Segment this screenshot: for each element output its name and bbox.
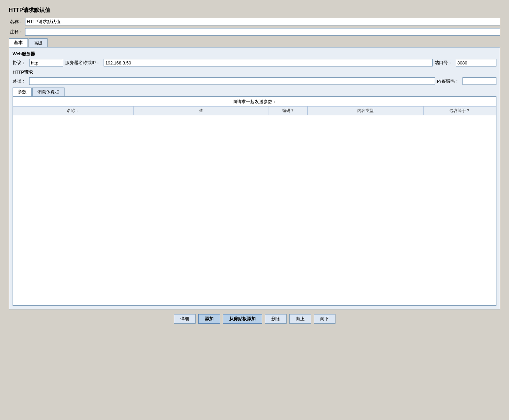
comment-row: 注释： bbox=[9, 28, 500, 36]
col-include-header: 包含等于？ bbox=[424, 107, 496, 115]
protocol-input[interactable] bbox=[29, 59, 63, 66]
server-label: 服务器名称或IP： bbox=[65, 60, 100, 66]
tab-basic[interactable]: 基本 bbox=[9, 38, 28, 47]
main-container: HTTP请求默认值 名称： 注释： 基本 高级 Web服务器 协议： 服务器名称… bbox=[3, 3, 506, 327]
params-table-header: 名称： 值 编码？ 内容类型 包含等于？ bbox=[13, 107, 496, 115]
add-button[interactable]: 添加 bbox=[198, 314, 220, 324]
path-row: 路径： 内容编码： bbox=[13, 77, 496, 85]
bottom-buttons: 详细 添加 从剪贴板添加 删除 向上 向下 bbox=[9, 314, 500, 324]
content-encoding-input[interactable] bbox=[462, 77, 496, 85]
col-content-header: 内容类型 bbox=[308, 107, 424, 115]
http-request-header: HTTP请求 bbox=[13, 69, 496, 75]
delete-button[interactable]: 删除 bbox=[265, 314, 287, 324]
server-config-row: 协议： 服务器名称或IP： 端口号： bbox=[13, 59, 496, 66]
inner-tab-body[interactable]: 消息体数据 bbox=[32, 88, 65, 96]
port-label: 端口号： bbox=[435, 60, 452, 66]
detail-button[interactable]: 详细 bbox=[174, 314, 196, 324]
inner-tab-params[interactable]: 参数 bbox=[13, 88, 32, 96]
page-title: HTTP请求默认值 bbox=[9, 7, 500, 14]
inner-tabs-bar: 参数 消息体数据 bbox=[13, 88, 496, 96]
col-name-header: 名称： bbox=[13, 107, 134, 115]
params-body bbox=[13, 115, 496, 305]
name-input[interactable] bbox=[25, 18, 500, 25]
comment-label: 注释： bbox=[9, 29, 23, 35]
main-tabs-bar: 基本 高级 bbox=[9, 38, 500, 47]
tab-advanced[interactable]: 高级 bbox=[29, 38, 48, 47]
path-input[interactable] bbox=[29, 77, 435, 85]
tab-panel-basic: Web服务器 协议： 服务器名称或IP： 端口号： HTTP请求 路径： 内容编… bbox=[9, 47, 500, 309]
col-encode-header: 编码？ bbox=[269, 107, 308, 115]
name-label: 名称： bbox=[9, 19, 23, 25]
params-title: 同请求一起发送参数： bbox=[13, 97, 496, 107]
add-clipboard-button[interactable]: 从剪贴板添加 bbox=[223, 314, 262, 324]
port-input[interactable] bbox=[456, 59, 496, 66]
down-button[interactable]: 向下 bbox=[314, 314, 335, 324]
server-input[interactable] bbox=[104, 59, 433, 66]
path-label: 路径： bbox=[13, 78, 26, 84]
up-button[interactable]: 向上 bbox=[289, 314, 311, 324]
web-server-header: Web服务器 bbox=[13, 51, 496, 57]
name-row: 名称： bbox=[9, 18, 500, 25]
comment-input[interactable] bbox=[25, 28, 500, 36]
protocol-label: 协议： bbox=[13, 60, 26, 66]
col-value-header: 值 bbox=[134, 107, 269, 115]
content-encoding-label: 内容编码： bbox=[437, 78, 459, 84]
params-panel: 同请求一起发送参数： 名称： 值 编码？ 内容类型 包含等于？ bbox=[13, 96, 496, 306]
